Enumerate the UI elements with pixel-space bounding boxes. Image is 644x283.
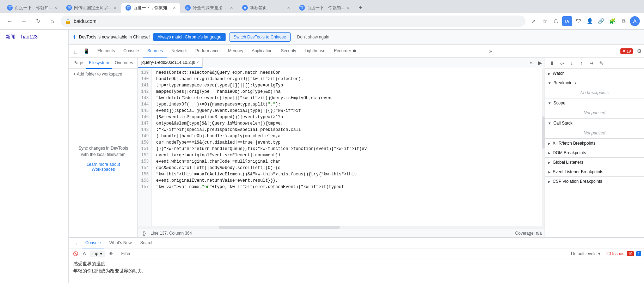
breakpoints-header[interactable]: ▼ Breakpoints [545,78,644,88]
close-tab-5[interactable]: × [287,5,290,11]
step-over-button[interactable]: ⤼ [558,59,566,67]
file-tab-jquery[interactable]: jquery-1-edb203c114.10.2.js × [138,58,203,68]
console-filter-input[interactable] [120,250,569,258]
event-breakpoints-header[interactable]: ▶ Event Listener Breakpoints [545,167,644,176]
horizontal-scrollbar[interactable] [138,226,542,229]
scope-section: ▼ Scope Not paused [545,98,644,119]
subtab-overrides[interactable]: Overrides [112,58,136,69]
console-toolbar: 🚫 ⊘ top ▼ 👁 | Default levels ▼ 20 Issues… [69,248,644,259]
line-number: 139 [138,70,152,76]
tab-network[interactable]: Network [167,45,191,58]
forward-button[interactable]: → [18,16,30,27]
scope-arrow-icon: ▼ [548,101,551,105]
window-button[interactable]: ⧉ [619,16,628,26]
close-tab-2[interactable]: × [114,5,116,11]
switch-chinese-button[interactable]: Switch DevTools to Chinese [229,32,291,42]
bookmark-button[interactable]: ☆ [540,16,550,26]
browser-tab-3[interactable]: 百 百度一下，你就知... × [121,3,180,13]
dont-show-button[interactable]: Don't show again [297,35,330,40]
share-button[interactable]: ↗ [528,16,538,26]
dom-breakpoints-header[interactable]: ▶ DOM Breakpoints [545,148,644,157]
line-number: 150 [138,139,152,146]
issues-count[interactable]: 20 Issues: 19 1 [606,251,641,256]
line-col-status: Line 137, Column 364 [151,231,192,236]
breakpoints-section: ▼ Breakpoints No breakpoints [545,78,644,98]
extension-puzzle[interactable]: ⬡ [551,16,561,26]
step-button[interactable]: ↪ [587,59,596,67]
default-levels-button[interactable]: Default levels ▼ [571,251,601,256]
workspace-learn-more-link[interactable]: Learn more about Workspaces [76,162,130,172]
reload-button[interactable]: ↻ [32,16,44,27]
settings-gear-icon[interactable]: ⚙ [634,46,644,56]
watch-section: ▶ Watch [545,69,644,78]
account-button[interactable]: A [630,16,640,26]
tab-sources[interactable]: Sources [143,45,167,58]
vertical-scrollbar[interactable] [542,68,545,229]
nav-hao123[interactable]: hao123 [21,34,38,40]
console-menu-button[interactable]: ⋮ [72,239,80,247]
browser-tab-1[interactable]: 百 百度一下，你就知... × [3,3,61,13]
new-tab-button[interactable]: + [356,3,366,13]
more-tabs-button[interactable]: » [486,48,495,54]
scrollbar-thumb[interactable] [542,116,545,149]
console-line-2: 年轻的你也能成为改变世界的动力, [73,267,640,275]
always-match-button[interactable]: Always match Chrome's language [153,33,226,41]
whats-new-tab[interactable]: What's New [106,238,135,248]
tab-application[interactable]: Application [247,45,277,58]
file-tab-close-button[interactable]: × [196,60,199,65]
tab-console[interactable]: Console [119,45,143,58]
browser-tab-2[interactable]: 网 网传明国定王师字... × [62,3,121,13]
format-button[interactable]: {} [141,230,148,237]
select-element-icon[interactable]: ⬚ [72,47,80,55]
url-bar[interactable]: 🔒 baidu.com [61,16,526,27]
tab-recorder[interactable]: Recorder ⏺ [330,45,361,58]
step-out-button[interactable]: ↑ [577,59,586,67]
browser-tab-5[interactable]: ★ 新标签页 × [238,3,294,13]
h-scrollbar-thumb[interactable] [219,226,340,229]
callstack-header[interactable]: ▼ Call Stack [545,119,644,128]
info-icon: ℹ [73,34,75,41]
tab-performance[interactable]: Performance [191,45,224,58]
browser-tab-6[interactable]: 百 百度一下，你就知... × [295,3,354,13]
line-numbers: 1391401411421431441451461471481491501511… [138,68,152,229]
add-folder-button[interactable]: + Add folder to workspace [69,69,137,79]
ia-button[interactable]: IA [562,16,572,26]
global-listeners-header[interactable]: ▶ Global Listeners [545,158,644,167]
tab-elements[interactable]: Elements [93,45,119,58]
step-into-button[interactable]: ↓ [568,59,576,67]
deactivate-breakpoints-button[interactable]: ✎ [597,59,606,67]
subtab-page[interactable]: Page [70,58,86,69]
extensions-button[interactable]: 🧩 [607,16,617,26]
shield-button[interactable]: 🛡 [574,16,583,26]
profile-button[interactable]: 👤 [585,16,595,26]
clear-console-button[interactable]: 🚫 [72,250,79,257]
browser-tab-4[interactable]: 冷 冷全气调来迎接... × [181,3,237,13]
csp-breakpoints-header[interactable]: ▶ CSP Violation Breakpoints [545,177,644,186]
devtools-tabs: ⬚ 📱 Elements Console Sources Network Per… [69,45,644,58]
tab-lighthouse[interactable]: Lighthouse [300,45,330,58]
device-toolbar-icon[interactable]: 📱 [82,47,90,55]
pause-button[interactable]: ⏸ [548,59,556,67]
tab-security[interactable]: Security [277,45,300,58]
close-tab-4[interactable]: × [230,5,233,11]
tab-memory[interactable]: Memory [224,45,247,58]
nav-news[interactable]: 新闻 [6,34,16,40]
watch-header[interactable]: ▶ Watch [545,69,644,78]
close-tab-1[interactable]: × [54,5,57,11]
file-tabs-more-button[interactable]: » [527,60,535,66]
eye-button[interactable]: 👁 [108,250,115,257]
back-button[interactable]: ← [4,16,16,27]
close-tab-6[interactable]: × [346,5,349,11]
scope-header[interactable]: ▼ Scope [545,98,644,108]
filter-toggle-button[interactable]: ⊘ [81,250,88,257]
link-button[interactable]: 🔗 [596,16,606,26]
file-play-button[interactable]: ▶ [535,58,545,67]
console-tab[interactable]: Console [82,238,104,248]
center-panel: jquery-1-edb203c114.10.2.js × » ▶ 139140… [138,58,545,237]
close-tab-3[interactable]: × [173,5,176,11]
search-tab[interactable]: Search [137,238,157,248]
home-button[interactable]: ⌂ [47,16,58,27]
subtab-filesystem[interactable]: Filesystem [86,58,112,69]
code-line: ;"kw-if">if(special.preDispatch&&special… [156,127,545,133]
xhr-breakpoints-header[interactable]: ▶ XHR/fetch Breakpoints [545,139,644,148]
